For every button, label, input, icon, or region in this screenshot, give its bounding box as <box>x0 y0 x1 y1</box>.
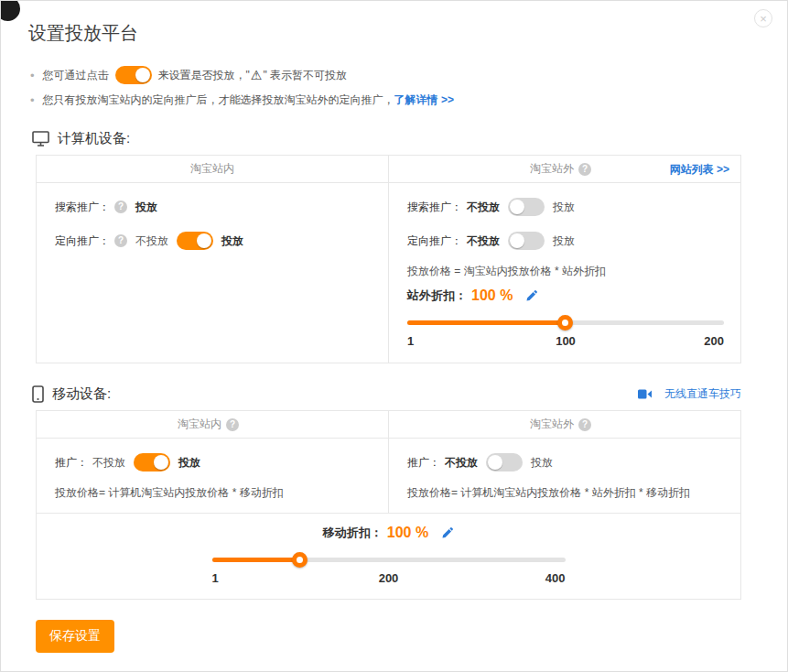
state-off-label: 不投放 <box>445 455 478 471</box>
set-delivery-platform-dialog: × 设置投放平台 • 您可通过点击 来设置是否投放，" ⚠ " 表示暂不可投放 … <box>0 0 788 672</box>
state-off-label: 不投放 <box>92 455 125 471</box>
slider-min-label: 1 <box>212 571 219 585</box>
slider-max-label: 200 <box>704 334 724 348</box>
save-settings-button[interactable]: 保存设置 <box>36 620 114 653</box>
mobile-discount-slider[interactable] <box>212 552 566 568</box>
note-targeting-hint: • 您只有投放淘宝站内的定向推广后，才能选择投放淘宝站外的定向推广， 了解详情 … <box>30 92 760 108</box>
bullet-icon: • <box>30 69 35 82</box>
slider-knob[interactable] <box>557 315 573 331</box>
mobile-discount-value: 100 % <box>387 525 428 541</box>
edit-offsite-discount-icon[interactable] <box>525 289 538 302</box>
help-icon[interactable]: ? <box>114 201 127 213</box>
promo-label: 推广： <box>407 455 440 471</box>
wireless-tips-link[interactable]: 无线直通车技巧 <box>638 386 741 402</box>
computer-table-body: 搜索推广： ? 投放 定向推广： ? 不投放 投放 搜索推广： 不投放 投放 <box>37 183 740 363</box>
state-off-label: 不投放 <box>467 200 500 215</box>
mobile-section-header: 移动设备: 无线直通车技巧 <box>32 385 741 403</box>
search-promo-state: 投放 <box>135 200 157 215</box>
state-off-label: 不投放 <box>135 233 168 249</box>
offsite-discount-value: 100 % <box>471 287 513 304</box>
note1-pre: 您可通过点击 <box>43 68 109 83</box>
note1-mid: 来设置是否投放，" <box>158 68 250 83</box>
example-toggle <box>115 66 152 84</box>
computer-offsite-search-toggle[interactable] <box>508 198 545 216</box>
mobile-discount-line: 移动折扣： 100 % <box>212 525 566 541</box>
computer-offsite-header: 淘宝站外 ? 网站列表 >> <box>388 156 740 182</box>
slider-max-label: 400 <box>545 571 566 585</box>
edit-mobile-discount-icon[interactable] <box>441 526 454 539</box>
note2-text: 您只有投放淘宝站内的定向推广后，才能选择投放淘宝站外的定向推广， <box>43 92 394 108</box>
note-toggle-hint: • 您可通过点击 来设置是否投放，" ⚠ " 表示暂不可投放 <box>30 66 760 84</box>
mobile-offsite-cell: 推广： 不投放 投放 投放价格= 计算机淘宝站内投放价格 * 站外折扣 * 移动… <box>388 439 740 513</box>
state-on-label: 投放 <box>178 455 200 471</box>
computer-onsite-cell: 搜索推广： ? 投放 定向推广： ? 不投放 投放 <box>37 183 388 363</box>
promo-label: 推广： <box>55 455 88 471</box>
offsite-discount-label: 站外折扣： <box>407 287 467 304</box>
mobile-table-header: 淘宝站内 ? 淘宝站外 ? <box>37 411 740 439</box>
slider-fill <box>407 320 566 325</box>
mobile-onsite-price-formula: 投放价格= 计算机淘宝站内投放价格 * 移动折扣 <box>55 485 372 501</box>
search-promo-label: 搜索推广： <box>55 200 110 215</box>
mobile-offsite-promo-row: 推广： 不投放 投放 <box>407 450 724 474</box>
mobile-discount-area: 移动折扣： 100 % 1 200 400 <box>212 525 566 588</box>
close-button[interactable]: × <box>754 9 772 27</box>
slider-mid-label: 200 <box>379 571 399 585</box>
computer-onsite-header: 淘宝站内 <box>37 156 388 182</box>
close-icon: × <box>760 12 767 26</box>
dialog-title: 设置投放平台 <box>28 21 787 46</box>
offsite-discount-slider[interactable] <box>407 315 724 331</box>
mobile-offsite-header: 淘宝站外 ? <box>388 411 740 438</box>
computer-onsite-targeted-toggle[interactable] <box>177 232 213 250</box>
corner-logo <box>0 0 20 21</box>
help-icon[interactable]: ? <box>578 163 591 176</box>
computer-offsite-cell: 搜索推广： 不投放 投放 定向推广： 不投放 投放 投放价格 = 淘宝站内投放价… <box>388 183 740 363</box>
mobile-onsite-header: 淘宝站内 ? <box>37 411 388 438</box>
computer-section-label: 计算机设备: <box>58 130 130 147</box>
mobile-discount-label: 移动折扣： <box>323 525 383 541</box>
slider-knob[interactable] <box>292 552 308 568</box>
computer-table-header: 淘宝站内 淘宝站外 ? 网站列表 >> <box>37 156 740 183</box>
offsite-discount-line: 站外折扣： 100 % <box>407 287 724 304</box>
computer-offsite-targeted-toggle[interactable] <box>508 232 545 250</box>
mobile-discount-row: 移动折扣： 100 % 1 200 400 <box>37 513 740 599</box>
targeted-promo-label: 定向推广： <box>55 233 110 249</box>
toggle-knob <box>154 455 168 470</box>
slider-mid-label: 100 <box>556 334 576 348</box>
toggle-knob <box>197 233 211 248</box>
mobile-icon <box>32 385 44 403</box>
mobile-onsite-cell: 推广： 不投放 投放 投放价格= 计算机淘宝站内投放价格 * 移动折扣 <box>37 439 388 513</box>
mobile-table-body: 推广： 不投放 投放 投放价格= 计算机淘宝站内投放价格 * 移动折扣 推广： … <box>37 439 740 513</box>
mobile-offsite-price-formula: 投放价格= 计算机淘宝站内投放价格 * 站外折扣 * 移动折扣 <box>407 485 724 501</box>
mobile-slider-labels: 1 200 400 <box>212 571 566 588</box>
help-icon[interactable]: ? <box>226 418 239 431</box>
computer-section-header: 计算机设备: <box>32 130 741 147</box>
slider-track[interactable] <box>212 558 566 562</box>
mobile-onsite-promo-row: 推广： 不投放 投放 <box>55 450 372 474</box>
computer-offsite-targeted-row: 定向推广： 不投放 投放 <box>407 229 724 253</box>
state-on-label: 投放 <box>221 233 243 249</box>
toggle-knob <box>488 455 502 470</box>
slider-fill <box>212 558 301 562</box>
mobile-onsite-promo-toggle[interactable] <box>134 453 170 471</box>
targeted-promo-label: 定向推广： <box>407 233 462 249</box>
help-icon[interactable]: ? <box>114 234 127 247</box>
state-off-label: 不投放 <box>467 233 500 249</box>
note1-post: " 表示暂不可投放 <box>263 68 347 83</box>
onsite-header-label: 淘宝站内 <box>190 161 234 177</box>
offsite-header-label: 淘宝站外 <box>530 417 574 432</box>
state-on-label: 投放 <box>531 455 553 471</box>
computer-onsite-targeted-row: 定向推广： ? 不投放 投放 <box>55 229 372 253</box>
mobile-section-label: 移动设备: <box>52 385 111 403</box>
warning-icon: ⚠ <box>251 68 263 82</box>
offsite-slider-labels: 1 100 200 <box>407 334 724 351</box>
video-icon <box>638 389 652 399</box>
help-icon[interactable]: ? <box>578 418 591 431</box>
mobile-offsite-promo-toggle[interactable] <box>486 453 523 471</box>
state-on-label: 投放 <box>553 200 575 215</box>
learn-more-link[interactable]: 了解详情 >> <box>394 92 454 108</box>
onsite-header-label: 淘宝站内 <box>178 417 221 432</box>
wireless-tips-label: 无线直通车技巧 <box>664 386 741 402</box>
website-list-link[interactable]: 网站列表 >> <box>670 161 729 177</box>
toggle-knob <box>510 233 524 248</box>
mobile-table: 淘宝站内 ? 淘宝站外 ? 推广： 不投放 投放 投放价格= 计算机淘宝站内投放… <box>36 410 741 600</box>
